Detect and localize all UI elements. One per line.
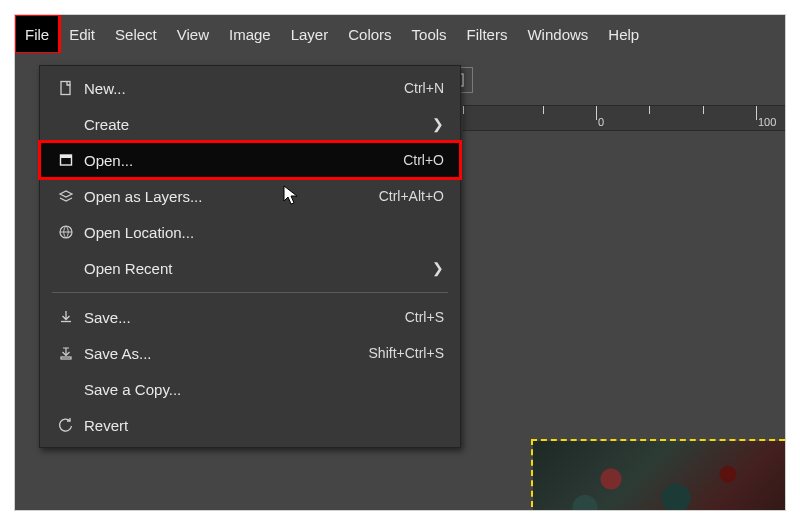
menuitem-create[interactable]: Create ❯ [40,106,460,142]
menu-label: File [25,26,49,43]
menuitem-open-location[interactable]: Open Location... [40,214,460,250]
image-selection[interactable] [533,441,786,511]
menu-help[interactable]: Help [598,15,649,53]
menuitem-label: Open Location... [80,224,444,241]
menuitem-open-as-layers[interactable]: Open as Layers... Ctrl+Alt+O [40,178,460,214]
layers-icon [52,188,80,204]
file-dropdown: New... Ctrl+N Create ❯ Open... Ctrl+O Op… [39,65,461,448]
menuitem-label: Open Recent [80,260,420,277]
menu-file[interactable]: File [15,15,59,53]
menu-label: View [177,26,209,43]
menu-filters[interactable]: Filters [457,15,518,53]
menu-label: Help [608,26,639,43]
menuitem-label: Save... [80,309,405,326]
ruler-tick-label: 100 [758,116,776,128]
menuitem-save-as[interactable]: Save As... Shift+Ctrl+S [40,335,460,371]
menu-view[interactable]: View [167,15,219,53]
svg-rect-5 [61,357,71,359]
app-window: File Edit Select View Image Layer Colors… [14,14,786,511]
canvas[interactable] [463,131,785,510]
menuitem-open-recent[interactable]: Open Recent ❯ [40,250,460,286]
menu-label: Layer [291,26,329,43]
menu-label: Colors [348,26,391,43]
save-as-icon [52,345,80,361]
menu-image[interactable]: Image [219,15,281,53]
menuitem-label: Open as Layers... [80,188,379,205]
menuitem-shortcut: Ctrl+O [403,152,444,168]
menuitem-new[interactable]: New... Ctrl+N [40,70,460,106]
save-icon [52,309,80,325]
svg-rect-1 [61,82,70,95]
menubar: File Edit Select View Image Layer Colors… [15,15,785,53]
menu-label: Windows [527,26,588,43]
menu-colors[interactable]: Colors [338,15,401,53]
menuitem-label: New... [80,80,404,97]
file-new-icon [52,80,80,96]
menu-windows[interactable]: Windows [517,15,598,53]
menu-label: Filters [467,26,508,43]
menu-label: Tools [412,26,447,43]
open-icon [52,152,80,168]
menu-label: Select [115,26,157,43]
menuitem-save-a-copy[interactable]: Save a Copy... [40,371,460,407]
menuitem-label: Open... [80,152,403,169]
menu-separator [52,292,448,293]
chevron-right-icon: ❯ [420,116,444,132]
menu-label: Edit [69,26,95,43]
globe-icon [52,224,80,240]
menuitem-label: Revert [80,417,444,434]
menu-tools[interactable]: Tools [402,15,457,53]
menuitem-save[interactable]: Save... Ctrl+S [40,299,460,335]
svg-rect-3 [61,155,72,158]
menuitem-shortcut: Shift+Ctrl+S [369,345,444,361]
menu-edit[interactable]: Edit [59,15,105,53]
menuitem-label: Save a Copy... [80,381,444,398]
menuitem-shortcut: Ctrl+N [404,80,444,96]
menuitem-shortcut: Ctrl+S [405,309,444,325]
menuitem-open[interactable]: Open... Ctrl+O [40,142,460,178]
menuitem-label: Save As... [80,345,369,362]
revert-icon [52,417,80,433]
menu-label: Image [229,26,271,43]
menuitem-revert[interactable]: Revert [40,407,460,443]
chevron-right-icon: ❯ [420,260,444,276]
menu-layer[interactable]: Layer [281,15,339,53]
menuitem-label: Create [80,116,420,133]
menuitem-shortcut: Ctrl+Alt+O [379,188,444,204]
horizontal-ruler: 0 100 [463,105,785,131]
ruler-tick-label: 0 [598,116,604,128]
menu-select[interactable]: Select [105,15,167,53]
